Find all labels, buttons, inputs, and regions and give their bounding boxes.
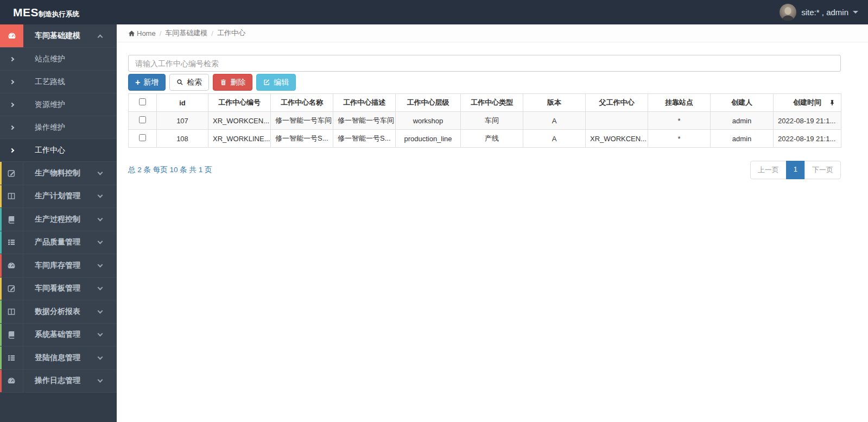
sidebar-section-operation-log-management[interactable]: 操作日志管理 (0, 370, 117, 393)
chevron-down-icon (98, 354, 103, 360)
edit-button[interactable]: 编辑 (256, 74, 296, 91)
delete-button[interactable]: 删除 (213, 74, 252, 91)
gauge-icon (8, 32, 16, 40)
sidebar-section-process-control[interactable]: 生产过程控制 (0, 208, 117, 231)
header-parent: 父工作中心 (586, 94, 648, 112)
breadcrumb: Home / 车间基础建模 / 工作中心 (117, 24, 868, 42)
breadcrumb-home[interactable]: Home (128, 29, 156, 37)
header-code: 工作中心编号 (208, 94, 271, 112)
stripe-accent (0, 162, 2, 185)
breadcrumb-current: 工作中心 (217, 28, 245, 38)
stripe-accent (0, 370, 2, 393)
sidebar: 车间基础建模 站点维护 工艺路线 资源维护 操作维护 工作中心 生产物料 (0, 24, 117, 422)
book-icon (7, 330, 16, 339)
chevron-down-icon (98, 193, 103, 198)
stripe-accent (0, 254, 2, 277)
chevron-right-icon (9, 79, 14, 84)
sidebar-section-analytics-reports[interactable]: 数据分析报表 (0, 300, 117, 324)
edit-icon (7, 284, 16, 293)
edit-icon (263, 79, 270, 86)
chevron-right-icon (9, 125, 14, 129)
stripe-accent (0, 185, 2, 208)
caret-down-icon (853, 11, 858, 14)
gauge-icon (7, 376, 16, 385)
table-header-row: id 工作中心编号 工作中心名称 工作中心描述 工作中心层级 工作中心类型 版本… (129, 94, 841, 112)
sidebar-section-label: 车间基础建模 (23, 24, 98, 47)
next-page-button[interactable]: 下一页 (804, 161, 841, 179)
gauge-icon (7, 261, 16, 270)
pagination-summary: 总 2 条 每页 10 条 共 1 页 (128, 165, 212, 175)
sidebar-section-system-management[interactable]: 系统基础管理 (0, 324, 117, 347)
user-photo-silhouette (780, 4, 796, 21)
sidebar-item-operation-maintenance[interactable]: 操作维护 (0, 116, 117, 139)
pagination: 上一页 1 下一页 (750, 161, 841, 179)
prev-page-button[interactable]: 上一页 (750, 161, 787, 179)
sidebar-item-work-center[interactable]: 工作中心 (0, 139, 117, 162)
app-logo: MES制造执行系统 (0, 6, 117, 19)
row-checkbox[interactable] (139, 116, 146, 123)
header-desc: 工作中心描述 (333, 94, 396, 112)
chevron-down-icon (98, 377, 103, 383)
chevron-right-icon (9, 102, 14, 106)
page-1-button[interactable]: 1 (786, 161, 805, 179)
avatar (780, 4, 796, 21)
header-creator: 创建人 (711, 94, 774, 112)
stripe-accent (0, 278, 2, 300)
edit-icon (7, 169, 16, 178)
add-button[interactable]: + 新增 (128, 74, 166, 91)
sidebar-section-material-control[interactable]: 生产物料控制 (0, 162, 117, 185)
sidebar-filler (0, 393, 117, 422)
pin-icon[interactable] (829, 99, 835, 106)
brand-main: MES (13, 6, 39, 19)
header-version: 版本 (523, 94, 586, 112)
chevron-up-icon (98, 34, 103, 40)
chevron-down-icon (98, 216, 103, 221)
sidebar-item-resource-maintenance[interactable]: 资源维护 (0, 93, 117, 116)
user-menu[interactable]: site:* , admin (780, 4, 868, 21)
header-id: id (157, 94, 208, 112)
sidebar-item-station-maintenance[interactable]: 站点维护 (0, 48, 117, 71)
chevron-down-icon (98, 285, 103, 291)
chevron-down-icon (98, 169, 103, 175)
select-all-checkbox[interactable] (139, 98, 146, 105)
table-row[interactable]: 108 XR_WORKLINE... 修一智能一号S... 修一智能一号S...… (129, 130, 841, 148)
header-level: 工作中心层级 (396, 94, 461, 112)
chevron-down-icon (98, 331, 103, 337)
brand-sub: 制造执行系统 (39, 10, 79, 19)
header-station: 挂靠站点 (648, 94, 711, 112)
home-icon (128, 30, 135, 37)
columns-icon (7, 307, 16, 316)
chevron-down-icon (98, 239, 103, 244)
sidebar-section-kanban-management[interactable]: 车间看板管理 (0, 278, 117, 301)
stripe-accent (0, 208, 2, 231)
stripe-accent (0, 231, 2, 254)
sidebar-section-quality-management[interactable]: 产品质量管理 (0, 231, 117, 255)
chevron-down-icon (98, 262, 103, 267)
header-type: 工作中心类型 (461, 94, 523, 112)
columns-icon (7, 192, 16, 200)
trash-icon (220, 79, 227, 86)
sidebar-section-plan-management[interactable]: 生产计划管理 (0, 185, 117, 209)
user-label: site:* , admin (801, 8, 848, 17)
top-navbar: MES制造执行系统 site:* , admin (0, 0, 868, 24)
toolbar: + 新增 检索 删除 编辑 (128, 74, 841, 91)
plus-icon: + (135, 78, 140, 87)
stripe-accent (0, 347, 2, 369)
sidebar-section-login-info-management[interactable]: 登陆信息管理 (0, 347, 117, 370)
sidebar-section-inventory-management[interactable]: 车间库存管理 (0, 254, 117, 278)
chevron-right-icon (9, 148, 14, 152)
breadcrumb-section[interactable]: 车间基础建模 (165, 28, 207, 38)
sidebar-item-process-route[interactable]: 工艺路线 (0, 71, 117, 93)
search-button[interactable]: 检索 (169, 74, 209, 91)
sidebar-section-workshop-modeling[interactable]: 车间基础建模 (0, 24, 117, 48)
list-icon (7, 354, 16, 362)
table-row[interactable]: 107 XR_WORKCEN... 修一智能一号车间 修一智能一号车间 work… (129, 112, 841, 130)
stripe-accent (0, 324, 2, 347)
row-checkbox[interactable] (139, 134, 146, 141)
list-icon (7, 238, 16, 247)
main-area: Home / 车间基础建模 / 工作中心 + 新增 检索 删除 (117, 24, 868, 422)
pagination-bar: 总 2 条 每页 10 条 共 1 页 上一页 1 下一页 (128, 161, 841, 179)
search-input[interactable] (128, 55, 841, 72)
book-icon (7, 215, 16, 224)
header-name: 工作中心名称 (271, 94, 333, 112)
